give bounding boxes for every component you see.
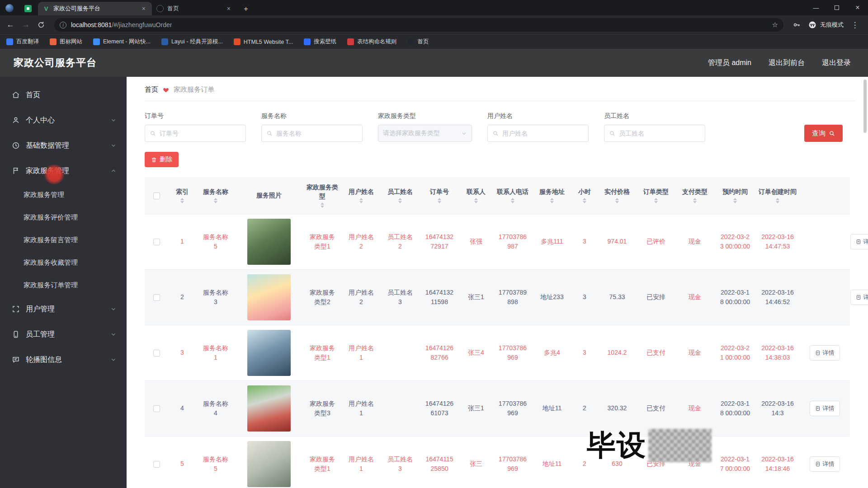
col-order-type[interactable]: 订单类型 [637,177,675,214]
col-create-time[interactable]: 订单创建时间 [756,177,799,214]
detail-button[interactable]: 详情 [850,234,868,249]
user-name-input[interactable] [502,130,584,137]
col-order-no[interactable]: 订单号 [420,177,459,214]
sort-carets-icon[interactable] [398,198,402,203]
col-service-name[interactable]: 服务名称 [196,177,235,214]
delete-button[interactable]: 删除 [145,152,179,167]
info-icon[interactable]: i [60,22,66,28]
detail-button[interactable]: 详情 [850,290,868,305]
sort-carets-icon[interactable] [583,198,586,203]
cell-checkbox [145,436,168,488]
col-price[interactable]: 实付价格 [598,177,637,214]
col-index[interactable]: 索引 [168,177,196,214]
close-tab-icon[interactable]: × [225,5,232,13]
sidebar-item-home[interactable]: 首页 [0,82,127,108]
detail-button[interactable]: 详情 [810,401,840,416]
bookmark-item[interactable]: 图标网站 [50,38,82,46]
service-photo[interactable] [247,219,291,265]
col-pay-type[interactable]: 支付类型 [675,177,714,214]
close-tab-icon[interactable]: × [140,5,147,13]
service-photo[interactable] [247,441,291,487]
sidebar-subitem-favorite[interactable]: 家政服务收藏管理 [0,251,127,274]
sort-carets-icon[interactable] [321,202,324,208]
tab-active[interactable]: V 家政公司服务平台 × [38,2,152,15]
refresh-icon[interactable] [34,18,48,32]
sidebar-subitem-evaluation[interactable]: 家政服务评价管理 [0,206,127,229]
bookmark-item[interactable]: 表结构命名规则 [347,38,397,46]
detail-button[interactable]: 详情 [810,345,840,361]
back-icon[interactable]: ← [4,18,17,32]
service-photo[interactable] [247,274,291,320]
col-hours[interactable]: 小时 [571,177,598,214]
bookmark-item[interactable]: 百度翻译 [6,38,39,46]
sort-carets-icon[interactable] [438,198,441,203]
sidebar-subitem-message[interactable]: 家政服务留言管理 [0,229,127,251]
col-service-type[interactable]: 家政服务类型 [303,177,342,214]
sidebar-subitem-service[interactable]: 家政服务管理 [0,183,127,206]
col-appoint-time[interactable]: 预约时间 [714,177,756,214]
search-button[interactable]: 查询 [804,125,843,142]
order-no-input[interactable] [160,130,241,137]
col-contact-phone[interactable]: 联系人电话 [493,177,533,214]
cell-order-type: 已评价 [637,214,675,270]
sidebar-item-base-data[interactable]: 基础数据管理 [0,133,127,158]
staff-name-input[interactable] [619,130,700,137]
detail-button[interactable]: 详情 [810,456,840,472]
close-window-button[interactable]: × [847,0,868,15]
service-photo[interactable] [247,385,291,432]
sort-carets-icon[interactable] [474,198,478,203]
exit-to-front-link[interactable]: 退出到前台 [769,58,805,68]
cell-checkbox [145,214,168,270]
bookmark-star-icon[interactable]: ☆ [772,21,778,29]
service-name-input[interactable] [276,130,358,137]
sort-carets-icon[interactable] [733,198,737,203]
admin-user-label[interactable]: 管理员 admin [708,58,751,68]
sidebar-item-carousel[interactable]: 轮播图信息 [0,347,127,372]
sort-carets-icon[interactable] [615,198,619,203]
sidebar-item-staff[interactable]: 员工管理 [0,322,127,347]
new-tab-button[interactable]: + [240,3,252,15]
kebab-menu-icon[interactable]: ⋮ [848,18,862,32]
bookmark-item[interactable]: Element - 网站快... [93,38,151,46]
bookmark-item[interactable]: Layui - 经典开源模... [161,38,223,46]
bookmark-item[interactable]: 首页 [408,38,429,46]
tab-home[interactable]: 首页 × [152,2,237,15]
bookmark-item[interactable]: 搜索壁纸 [304,38,336,46]
url-bar[interactable]: i localhost:8081/#/jiazhengfuwuOrder ☆ [54,18,783,32]
sort-carets-icon[interactable] [550,198,554,203]
col-address[interactable]: 服务地址 [533,177,571,214]
forward-icon[interactable]: → [19,18,33,32]
logout-link[interactable]: 退出登录 [822,58,851,68]
sort-carets-icon[interactable] [511,198,514,203]
service-photo[interactable] [247,330,291,376]
sidebar-item-service-mgmt[interactable]: 家政服务管理 [0,158,127,183]
row-checkbox[interactable] [153,350,160,357]
service-type-select[interactable]: 请选择家政服务类型 [378,125,472,142]
sidebar-subitem-order[interactable]: 家政服务订单管理 [0,274,127,296]
password-key-icon[interactable] [790,18,803,32]
maximize-button[interactable] [826,0,847,15]
incognito-badge[interactable]: 无痕模式 [808,20,844,29]
sidebar-item-profile[interactable]: 个人中心 [0,108,127,133]
sort-carets-icon[interactable] [214,198,217,203]
sort-carets-icon[interactable] [654,198,658,203]
row-checkbox[interactable] [153,405,160,412]
row-checkbox[interactable] [153,239,160,245]
document-icon [856,239,861,244]
row-checkbox[interactable] [153,461,160,468]
pinned-tab[interactable] [18,2,38,15]
sort-carets-icon[interactable] [359,198,363,203]
sort-carets-icon[interactable] [693,198,697,203]
sort-carets-icon[interactable] [180,198,184,203]
bookmark-item[interactable]: HTML5 Website T... [234,38,293,45]
sidebar-item-users[interactable]: 用户管理 [0,296,127,322]
breadcrumb-home[interactable]: 首页 [145,85,158,94]
col-contact[interactable]: 联系人 [459,177,493,214]
page-scrollbar[interactable] [863,80,867,133]
col-user-name[interactable]: 用户姓名 [342,177,381,214]
row-checkbox[interactable] [153,294,160,301]
sort-carets-icon[interactable] [776,198,779,203]
minimize-button[interactable]: — [806,0,826,15]
col-staff-name[interactable]: 员工姓名 [381,177,420,214]
select-all-checkbox[interactable] [153,192,160,199]
